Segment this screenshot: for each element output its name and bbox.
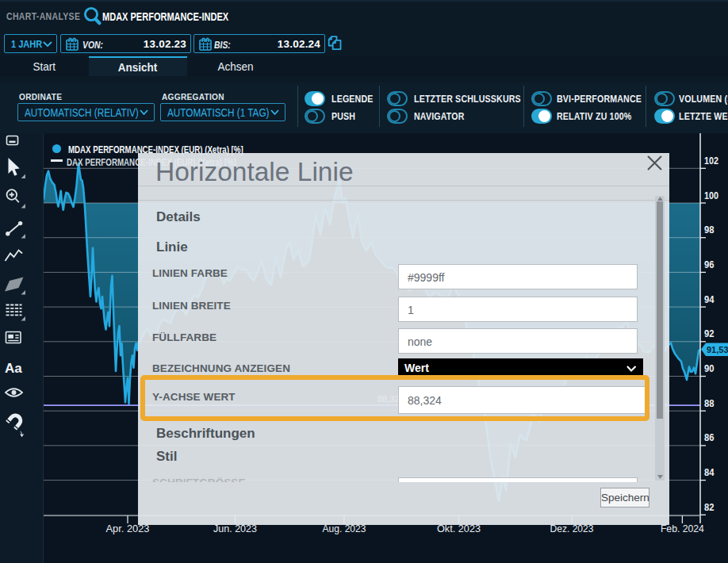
svg-text:Aa: Aa <box>5 361 22 376</box>
svg-text:98: 98 <box>704 224 715 236</box>
svg-text:96: 96 <box>704 259 715 270</box>
svg-text:84: 84 <box>704 466 715 478</box>
svg-text:92: 92 <box>704 327 715 339</box>
svg-text:90: 90 <box>704 362 715 374</box>
svg-text:88: 88 <box>704 397 715 409</box>
svg-text:82: 82 <box>704 501 715 513</box>
svg-text:86: 86 <box>704 431 715 443</box>
svg-text:100: 100 <box>704 190 718 201</box>
svg-text:102: 102 <box>704 155 718 167</box>
svg-text:94: 94 <box>704 293 715 305</box>
svg-text:91,53%: 91,53% <box>707 345 728 354</box>
